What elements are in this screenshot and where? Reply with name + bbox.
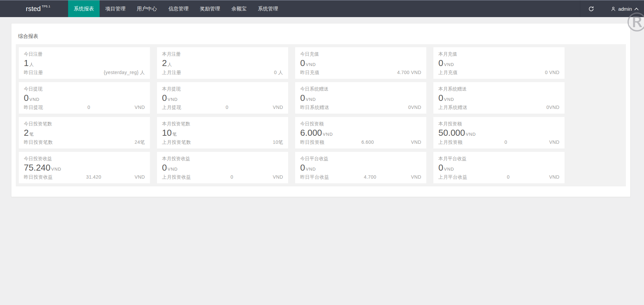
stat-footer-label: 上月投资笔数 [162, 140, 191, 144]
stat-card-footer: 昨日提现 0 VND [24, 105, 145, 110]
stat-footer-mid-value: 0 [507, 175, 509, 179]
stat-card-footer: 昨日充值 4.700 VND [300, 70, 421, 75]
stat-card: 今日平台收益 0 VND 昨日平台收益 4.700 VND [295, 152, 426, 183]
refresh-button[interactable] [580, 0, 602, 17]
stat-value-number: 6.000 [300, 128, 322, 137]
stat-card-title: 本月系统赠送 [438, 86, 559, 91]
stat-card-footer: 上月投资收益 0 VND [162, 175, 283, 179]
stat-value-unit: VND [167, 97, 177, 102]
nav-item-6[interactable]: 系统管理 [252, 0, 284, 17]
stat-card: 今日投资笔数 2 笔 昨日投资笔数 24笔 [19, 117, 150, 148]
stat-card: 本月投资笔数 10 笔 上月投资笔数 10笔 [157, 117, 288, 148]
stat-value-unit: 人 [167, 62, 172, 68]
stat-footer-mid-value: 0 [230, 175, 233, 179]
stat-footer-label: 上月充值 [438, 70, 458, 75]
stat-card: 本月投资收益 0 VND 上月投资收益 0 VND [157, 152, 288, 183]
report-panel: 综合报表 今日注册 1 人 昨日注册 {yesterday_reg} 人 本月注… [11, 23, 631, 197]
stat-footer-right-value: VND [549, 140, 559, 144]
stat-value-unit: VND [167, 167, 177, 172]
app-logo[interactable]: rsted TP5.1 [26, 0, 68, 17]
nav-item-2[interactable]: 用户中心 [131, 0, 163, 17]
nav-item-label: 信息管理 [168, 6, 189, 12]
stat-value-number: 2 [162, 59, 167, 68]
stat-card-value: 0 VND [162, 163, 283, 172]
stat-footer-right-value: VND [411, 175, 421, 179]
app-logo-text: rsted [26, 5, 41, 13]
stat-footer-label: 上月投资收益 [162, 175, 191, 179]
stat-card: 今日投资额 6.000 VND 昨日投资额 6.600 VND [295, 117, 426, 148]
stat-value-number: 0 [24, 94, 29, 103]
stat-value-unit: VND [444, 62, 454, 67]
stat-card-value: 0 VND [300, 59, 421, 68]
stat-value-number: 0 [438, 59, 443, 68]
stat-value-number: 75.240 [24, 163, 51, 172]
stat-card-value: 2 笔 [24, 128, 145, 137]
stat-card-value: 50.000 VND [438, 128, 559, 137]
stat-value-unit: 笔 [172, 131, 177, 137]
stat-footer-label: 昨日充值 [300, 70, 320, 75]
nav-item-5[interactable]: 余额宝 [226, 0, 252, 17]
top-navbar: rsted TP5.1 系统报表项目管理用户中心信息管理奖励管理余额宝系统管理 … [0, 0, 644, 17]
stat-footer-label: 昨日投资收益 [24, 175, 53, 179]
nav-item-4[interactable]: 奖励管理 [194, 0, 226, 17]
stat-card-title: 本月平台收益 [438, 156, 559, 161]
user-icon [611, 6, 616, 11]
nav-item-label: 系统报表 [74, 6, 94, 12]
stat-footer-label: 上月投资额 [438, 140, 463, 144]
stat-card-footer: 昨日投资笔数 24笔 [24, 140, 145, 144]
stat-footer-label: 昨日投资笔数 [24, 140, 53, 144]
navbar-right: admin [580, 0, 644, 17]
nav-item-3[interactable]: 信息管理 [163, 0, 194, 17]
nav-item-label: 余额宝 [231, 6, 247, 12]
stat-card-value: 0 VND [300, 94, 421, 103]
stat-card: 本月系统赠送 0 VND 上月系统赠送 0VND [433, 82, 565, 114]
stat-card-footer: 昨日注册 {yesterday_reg} 人 [24, 70, 145, 75]
stat-card-footer: 上月注册 0 人 [162, 70, 283, 75]
stat-value-number: 0 [162, 163, 167, 172]
stat-footer-label: 昨日系统赠送 [300, 105, 329, 110]
stat-card: 本月平台收益 0 VND 上月平台收益 0 VND [433, 152, 565, 183]
stat-value-unit: 人 [29, 62, 34, 68]
stat-footer-right-value: VND [549, 175, 559, 179]
stat-card-title: 今日投资笔数 [24, 121, 145, 126]
stat-card-value: 0 VND [438, 59, 559, 68]
stats-grid: 今日注册 1 人 昨日注册 {yesterday_reg} 人 本月注册 2 人… [16, 44, 626, 186]
stat-card-title: 本月投资额 [438, 121, 559, 126]
stat-card: 本月注册 2 人 上月注册 0 人 [157, 47, 288, 79]
stat-footer-right-value: VND [273, 105, 283, 110]
stat-card-value: 0 VND [24, 94, 145, 103]
stat-value-number: 10 [162, 128, 172, 137]
stat-footer-label: 上月注册 [162, 70, 181, 75]
stat-card-footer: 昨日系统赠送 0VND [300, 105, 421, 110]
stat-card: 今日注册 1 人 昨日注册 {yesterday_reg} 人 [19, 47, 150, 79]
app-logo-version: TP5.1 [42, 5, 50, 8]
stat-footer-label: 昨日平台收益 [300, 175, 329, 179]
stat-card: 今日提现 0 VND 昨日提现 0 VND [19, 82, 150, 114]
stat-value-unit: VND [29, 97, 39, 102]
user-menu[interactable]: admin [602, 0, 644, 17]
stat-card-title: 本月提现 [162, 86, 283, 91]
stat-card-value: 0 VND [438, 94, 559, 103]
stat-footer-right-value: 4.700 VND [397, 70, 421, 75]
nav-item-1[interactable]: 项目管理 [100, 0, 131, 17]
username-label: admin [618, 6, 632, 12]
page-title: 综合报表 [11, 23, 630, 44]
nav-item-0[interactable]: 系统报表 [68, 0, 100, 17]
stat-card-footer: 上月投资额 0 VND [438, 140, 559, 144]
stat-card-value: 0 VND [438, 163, 559, 172]
stat-footer-right-value: VND [273, 175, 283, 179]
stat-value-number: 0 [300, 59, 305, 68]
stat-card-footer: 上月平台收益 0 VND [438, 175, 559, 179]
stat-footer-label: 上月系统赠送 [438, 105, 467, 110]
stat-card-footer: 昨日投资收益 31.420 VND [24, 175, 145, 179]
stat-value-number: 1 [24, 59, 29, 68]
stat-card: 本月充值 0 VND 上月充值 0 VND [433, 47, 565, 79]
stat-card-title: 本月注册 [162, 52, 283, 56]
chevron-up-icon [634, 7, 639, 10]
stat-card-title: 本月投资收益 [162, 156, 283, 161]
stat-footer-right-value: 0VND [546, 105, 559, 110]
stat-value-unit: VND [51, 167, 61, 172]
stat-footer-mid-value: 4.700 [364, 175, 376, 179]
stat-value-unit: VND [323, 132, 333, 137]
stat-card-footer: 上月投资笔数 10笔 [162, 140, 283, 144]
